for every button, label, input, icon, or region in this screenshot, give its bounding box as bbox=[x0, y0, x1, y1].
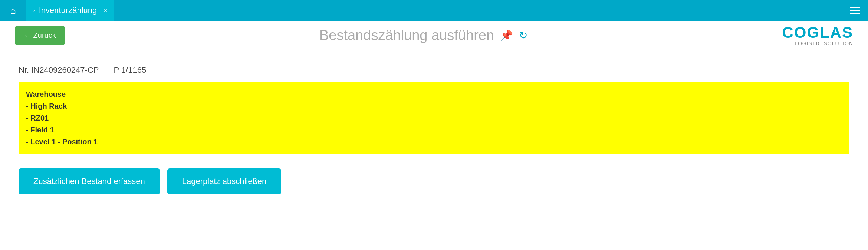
main-content: Nr. IN2409260247-CP P 1/1165 Warehouse -… bbox=[0, 50, 868, 209]
logo-text: COGLAS bbox=[782, 25, 853, 40]
hamburger-line-1 bbox=[850, 7, 860, 8]
location-line-4: - Field 1 bbox=[26, 124, 842, 136]
header: ← Zurück Bestandszählung ausführen 📌 ↻ C… bbox=[0, 21, 868, 50]
location-line-2: - High Rack bbox=[26, 100, 842, 112]
inventur-tab[interactable]: › Inventurzählung × bbox=[26, 0, 114, 21]
topbar: ⌂ › Inventurzählung × bbox=[0, 0, 868, 21]
tab-dot-icon: › bbox=[33, 7, 35, 13]
home-button[interactable]: ⌂ bbox=[0, 0, 26, 21]
home-icon: ⌂ bbox=[10, 5, 16, 16]
logo-area: COGLAS LOGISTIC SOLUTION bbox=[782, 25, 853, 46]
record-number: Nr. IN2409260247-CP bbox=[19, 65, 99, 75]
title-text: Bestandszählung ausführen bbox=[319, 27, 494, 43]
record-info: Nr. IN2409260247-CP P 1/1165 bbox=[19, 65, 849, 75]
location-line-3: - RZ01 bbox=[26, 112, 842, 124]
location-box: Warehouse - High Rack - RZ01 - Field 1 -… bbox=[19, 82, 849, 154]
back-button[interactable]: ← Zurück bbox=[15, 26, 65, 45]
page-title: Bestandszählung ausführen 📌 ↻ bbox=[65, 27, 782, 43]
location-line-5: - Level 1 - Position 1 bbox=[26, 136, 842, 148]
tab-close-icon[interactable]: × bbox=[103, 7, 108, 14]
hamburger-line-2 bbox=[850, 10, 860, 11]
lagerplatz-abschliessen-button[interactable]: Lagerplatz abschließen bbox=[167, 168, 281, 194]
record-page: P 1/1165 bbox=[114, 65, 146, 75]
pin-icon: 📌 bbox=[500, 29, 513, 42]
hamburger-menu-button[interactable] bbox=[842, 0, 868, 21]
location-line-1: Warehouse bbox=[26, 88, 842, 100]
hamburger-icon bbox=[850, 7, 860, 14]
logo-subtitle: LOGISTIC SOLUTION bbox=[795, 40, 853, 46]
hamburger-line-3 bbox=[850, 13, 860, 14]
action-buttons: Zusätzlichen Bestand erfassen Lagerplatz… bbox=[19, 168, 849, 194]
tab-label: Inventurzählung bbox=[39, 6, 97, 15]
zusaetzlich-bestand-button[interactable]: Zusätzlichen Bestand erfassen bbox=[19, 168, 160, 194]
refresh-icon[interactable]: ↻ bbox=[519, 29, 527, 42]
